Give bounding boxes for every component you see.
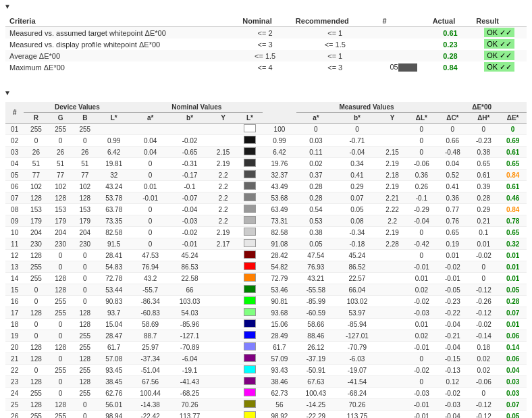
ov-Ls: 38.45 — [97, 376, 131, 388]
ov-dL: 0.02 — [406, 330, 437, 342]
ov-R: 0 — [24, 319, 48, 330]
ov-Y: 2.17 — [209, 238, 237, 250]
summary-table: Criteria Nominal Recommended # Actual Re… — [5, 16, 527, 73]
ov-B: 179 — [73, 215, 97, 227]
ov-Lm: 53.46 — [263, 284, 296, 296]
ov-B: 128 — [73, 376, 97, 388]
ov-dC: 0.41 — [437, 181, 468, 192]
overview-table: # Device Values Nominal Values Measured … — [5, 102, 527, 418]
ov-Lm: 32.37 — [263, 169, 296, 181]
overview-header[interactable]: ▼ — [0, 86, 532, 99]
ov-Ls: 0.99 — [97, 135, 131, 147]
summary-row: Average ΔE*00 <= 1.5 <= 1 0.28 OK ✓✓ — [5, 50, 527, 61]
ov-B: 255 — [73, 342, 97, 353]
ov-num: 10 — [5, 227, 24, 238]
ov-dL: -0.29 — [406, 204, 437, 215]
ov-as: 0 — [130, 238, 169, 250]
ov-B: 0 — [73, 411, 97, 418]
ov-B: 153 — [73, 204, 97, 215]
ov-G: 51 — [49, 158, 73, 169]
ov-bm: 70.26 — [336, 399, 379, 411]
ov-bs: 54.03 — [170, 307, 209, 319]
ov-swatch — [237, 399, 263, 411]
ov-as: -22.42 — [130, 411, 169, 418]
ov-bs: 66 — [170, 284, 209, 296]
ov-dE: 0.84 — [499, 204, 527, 215]
ov-G: 128 — [49, 399, 73, 411]
summary-th-num: # — [379, 16, 429, 27]
summary-row: Measured vs. assumed target whitepoint Δ… — [5, 27, 527, 39]
overview-row: 02 0 0 0 0.99 0.04 -0.02 0.99 0.03 -0.71… — [5, 135, 527, 147]
ov-swatch — [237, 215, 263, 227]
summary-recommended: <= 3 — [292, 61, 379, 73]
ov-bm: -0.04 — [336, 147, 379, 158]
ov-Ym — [379, 319, 406, 330]
ov-R: 0 — [24, 135, 48, 147]
ov-G: 0 — [49, 353, 73, 365]
ov-bm: -0.71 — [336, 135, 379, 147]
ov-B: 128 — [73, 353, 97, 365]
summary-header[interactable]: ▼ — [0, 0, 532, 13]
ov-Ls: 98.94 — [97, 411, 131, 418]
ov-bs: -0.17 — [170, 169, 209, 181]
ov-dL: 0 — [406, 376, 437, 388]
ov-Ym — [379, 411, 406, 418]
ov-num: 04 — [5, 158, 24, 169]
ov-bs — [170, 124, 209, 135]
summary-criteria: Measured vs. display profile whitepoint … — [5, 38, 238, 50]
ov-Ls: 93.7 — [97, 307, 131, 319]
ov-num: 07 — [5, 192, 24, 204]
ov-am: 76.93 — [296, 261, 336, 273]
ov-B: 0 — [73, 135, 97, 147]
ov-R: 179 — [24, 215, 48, 227]
ov-num: 08 — [5, 204, 24, 215]
ov-Lm: 0.99 — [263, 135, 296, 147]
ov-dL: 0.26 — [406, 181, 437, 192]
ov-Ls: 53.78 — [97, 192, 131, 204]
ov-th-device-group: Device Values — [24, 102, 130, 113]
ov-dH: 0.28 — [468, 192, 499, 204]
overview-row: 12 128 0 0 28.41 47.53 45.24 28.42 47.54… — [5, 250, 527, 261]
ov-dC: -0.23 — [437, 296, 468, 307]
overview-row: 17 128 255 128 93.7 -60.83 54.03 93.68 -… — [5, 307, 527, 319]
ov-swatch — [237, 204, 263, 215]
ov-am: 67.63 — [296, 376, 336, 388]
ov-dC: -0.21 — [437, 330, 468, 342]
ov-as: 76.94 — [130, 261, 169, 273]
ov-dH: 0.21 — [468, 215, 499, 227]
ov-bs: -0.31 — [170, 158, 209, 169]
overview-row: 16 0 255 0 90.83 -86.34 103.03 90.81 -85… — [5, 296, 527, 307]
ov-Y — [209, 250, 237, 261]
overview-row: 25 128 128 0 56.01 -14.38 70.26 56 -14.2… — [5, 399, 527, 411]
ov-Ls: 54.83 — [97, 261, 131, 273]
ov-th-nominal-group: Nominal Values — [130, 102, 263, 113]
summary-row: Maximum ΔE*00 <= 4 <= 3 05 0.84 OK ✓✓ — [5, 61, 527, 73]
ov-Y — [209, 284, 237, 296]
ov-am: 43.21 — [296, 273, 336, 284]
ov-G: 255 — [49, 411, 73, 418]
overview-row: 08 153 153 153 63.78 0 -0.04 2.2 63.49 0… — [5, 204, 527, 215]
ov-R: 128 — [24, 250, 48, 261]
ov-Y — [209, 307, 237, 319]
ov-G: 128 — [49, 342, 73, 353]
ov-am: 0.05 — [296, 238, 336, 250]
ov-Ls: 63.78 — [97, 204, 131, 215]
ov-dL: -0.04 — [406, 215, 437, 227]
overview-row: 07 128 128 128 53.78 -0.01 -0.07 2.2 53.… — [5, 192, 527, 204]
ov-R: 128 — [24, 399, 48, 411]
ov-bm: 0.07 — [336, 192, 379, 204]
ov-am: 0.54 — [296, 204, 336, 215]
overview-row: 01 255 255 255 100 0 0 0 0 0 0 — [5, 124, 527, 135]
ov-Y — [209, 365, 237, 376]
ov-as: -55.7 — [130, 284, 169, 296]
ov-dH: -0.12 — [468, 307, 499, 319]
ov-num: 17 — [5, 307, 24, 319]
ov-th-delta-group: ΔE*00 — [437, 102, 527, 113]
ov-num: 11 — [5, 238, 24, 250]
ov-dH: 0 — [468, 261, 499, 273]
ov-dL: -0.1 — [406, 192, 437, 204]
ov-dC: 0.04 — [437, 158, 468, 169]
ov-as — [130, 124, 169, 135]
ov-swatch — [237, 376, 263, 388]
ov-dC: 0.66 — [437, 135, 468, 147]
